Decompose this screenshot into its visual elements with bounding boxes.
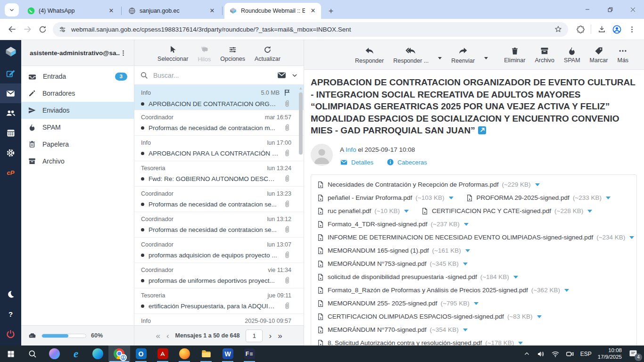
- details-toggle[interactable]: Detalles: [340, 158, 373, 166]
- folder-spam[interactable]: SPAM: [21, 119, 134, 136]
- taskbar-forticlient-button[interactable]: F≡: [239, 346, 260, 362]
- recipient-link[interactable]: Info: [346, 146, 356, 153]
- tab-sanjuan[interactable]: sanjuan.gob.ec ✕: [124, 3, 220, 19]
- attachment-menu-icon[interactable]: [463, 263, 468, 265]
- forward-button[interactable]: [20, 22, 35, 37]
- open-in-new-window-icon[interactable]: [478, 126, 486, 134]
- list-item[interactable]: Info 2025-09-10 09:57: [134, 314, 304, 325]
- list-item[interactable]: Info lun 17:00 APROBACION PARA LA CONTRA…: [134, 136, 304, 161]
- list-item[interactable]: Coordinador lun 13:23 Proformas de neces…: [134, 187, 304, 212]
- forward-button[interactable]: Reenviar: [451, 46, 475, 64]
- folder-archivo[interactable]: Archivo: [21, 153, 134, 170]
- attachment-menu-icon[interactable]: [564, 289, 569, 292]
- attachment-link[interactable]: MEMORANDUM 165-signed (1).pdf (~161 KB): [317, 244, 470, 257]
- back-button[interactable]: [5, 22, 20, 37]
- close-tab-icon[interactable]: ✕: [208, 7, 216, 15]
- dark-mode-button[interactable]: [0, 284, 21, 304]
- downloads-icon[interactable]: [594, 22, 609, 37]
- mail-nav-button[interactable]: [0, 83, 21, 103]
- attachment-menu-icon[interactable]: [474, 302, 479, 305]
- tab-whatsapp[interactable]: (4) WhatsApp ✕: [23, 3, 119, 19]
- meet-now-icon[interactable]: [566, 350, 574, 358]
- forward-menu-icon[interactable]: [484, 57, 488, 59]
- menu-icon[interactable]: [624, 22, 639, 37]
- logout-button[interactable]: [0, 324, 21, 344]
- archive-button[interactable]: Archivo: [535, 46, 554, 64]
- close-tab-icon[interactable]: ✕: [309, 7, 317, 15]
- reply-button[interactable]: Responder: [355, 46, 384, 64]
- attachment-menu-icon[interactable]: [464, 223, 469, 226]
- list-item[interactable]: Info 5.0 MB APROBACION DE CONTRATACION O…: [134, 85, 304, 110]
- headers-toggle[interactable]: Cabeceras: [387, 158, 427, 166]
- attachment-menu-icon[interactable]: [463, 329, 468, 331]
- list-item[interactable]: Coordinador vie 11:34 proformas de unifo…: [134, 263, 304, 288]
- more-button[interactable]: Más: [617, 46, 628, 64]
- attachment-menu-icon[interactable]: [449, 197, 454, 199]
- cpanel-button[interactable]: cP: [0, 163, 21, 182]
- attachment-link[interactable]: solicitud de disponibilidad presupuestar…: [317, 271, 518, 284]
- next-page-button[interactable]: ›: [269, 332, 272, 340]
- restore-button[interactable]: [599, 0, 621, 19]
- spam-button[interactable]: SPAM: [564, 46, 580, 64]
- refresh-button[interactable]: Actualizar: [255, 45, 281, 62]
- search-scope-mail-icon[interactable]: [277, 70, 287, 80]
- scroll-up-icon[interactable]: ▲: [298, 86, 303, 90]
- list-item[interactable]: Coordinador mar 16:57 Proformas de neces…: [134, 110, 304, 136]
- profile-icon[interactable]: [609, 22, 624, 37]
- attachment-link[interactable]: MEMORÁNDUM N°770-signed.pdf (~354 KB): [317, 323, 468, 337]
- attachment-link[interactable]: MEMORANDUM 255- 2025-signed.pdf (~795 KB…: [317, 297, 479, 310]
- page-input[interactable]: [246, 329, 263, 342]
- new-tab-button[interactable]: ＋: [325, 4, 337, 16]
- prev-page-button[interactable]: ‹: [166, 332, 169, 340]
- language-indicator[interactable]: ESP: [580, 351, 592, 357]
- folder-borradores[interactable]: Borradores: [21, 85, 134, 102]
- attachment-link[interactable]: Necesidades de Contratación y Recepción …: [317, 178, 540, 191]
- delete-button[interactable]: Eliminar: [504, 46, 525, 64]
- tab-roundcube-active[interactable]: Roundcube Webmail :: Enviados ✕: [224, 3, 321, 19]
- search-options-chevron-icon[interactable]: [291, 72, 298, 79]
- close-window-button[interactable]: [621, 0, 644, 19]
- first-page-button[interactable]: «: [156, 332, 160, 340]
- attachment-menu-icon[interactable]: [518, 342, 523, 345]
- scrollbar-thumb[interactable]: [299, 92, 303, 155]
- taskbar-acrobat-button[interactable]: [152, 346, 173, 362]
- attachment-link[interactable]: CERTIFICACION OLIMPIADAS ESPACIOS-signed…: [317, 310, 542, 323]
- attachment-link[interactable]: peñafiel - Enviar Proforma.pdf (~103 KB): [317, 191, 454, 205]
- close-tab-icon[interactable]: ✕: [107, 7, 116, 15]
- taskbar-ie-button[interactable]: e: [65, 346, 87, 362]
- contacts-button[interactable]: [0, 103, 21, 123]
- attachment-link[interactable]: ruc penafiel.pdf (~10 KB): [317, 205, 409, 218]
- options-button[interactable]: Opciones: [220, 45, 245, 62]
- taskbar-edge-button[interactable]: [87, 346, 108, 362]
- start-button[interactable]: [0, 346, 22, 362]
- taskbar-chrome-button[interactable]: [108, 346, 130, 362]
- folder-papelera[interactable]: Papelera: [21, 136, 134, 153]
- attachment-menu-icon[interactable]: [629, 236, 634, 239]
- volume-icon[interactable]: [537, 350, 545, 358]
- attachment-menu-icon[interactable]: [606, 197, 611, 199]
- attachment-link[interactable]: 8. Solicitud Autorización contra y resol…: [317, 337, 523, 346]
- site-settings-icon[interactable]: [58, 25, 66, 33]
- attachment-link[interactable]: Formato_4_TDR-signed-signed.pdf (~237 KB…: [317, 218, 469, 231]
- bookmark-star-icon[interactable]: [554, 25, 562, 33]
- select-button[interactable]: Seleccionar: [157, 45, 188, 62]
- clock[interactable]: 10:08 17/9/2025: [598, 347, 622, 360]
- attachment-menu-icon[interactable]: [587, 210, 592, 213]
- attachment-link[interactable]: INFORME DE DETERMINACION DE NECESIDAD EV…: [317, 231, 634, 244]
- attachment-link[interactable]: PROFORMA 29-2025-signed.pdf (~233 KB): [466, 191, 611, 205]
- reply-all-button[interactable]: Responder ...: [393, 46, 429, 64]
- tray-expand-icon[interactable]: [523, 350, 530, 357]
- wifi-icon[interactable]: [551, 350, 560, 358]
- attachment-link[interactable]: Formato_8_Razón de Proformas y Análisis …: [317, 284, 569, 297]
- taskbar-copilot-button[interactable]: [43, 346, 65, 362]
- taskbar-search-button[interactable]: [22, 346, 43, 362]
- compose-button[interactable]: [0, 64, 21, 83]
- tab-search-button[interactable]: [5, 3, 19, 16]
- taskbar-outlook-button[interactable]: O: [130, 346, 152, 362]
- settings-button[interactable]: [0, 143, 21, 163]
- attachment-menu-icon[interactable]: [537, 315, 542, 318]
- minimize-button[interactable]: [576, 0, 599, 19]
- extensions-icon[interactable]: [573, 22, 588, 37]
- attachment-menu-icon[interactable]: [404, 210, 409, 213]
- reload-button[interactable]: [35, 22, 50, 37]
